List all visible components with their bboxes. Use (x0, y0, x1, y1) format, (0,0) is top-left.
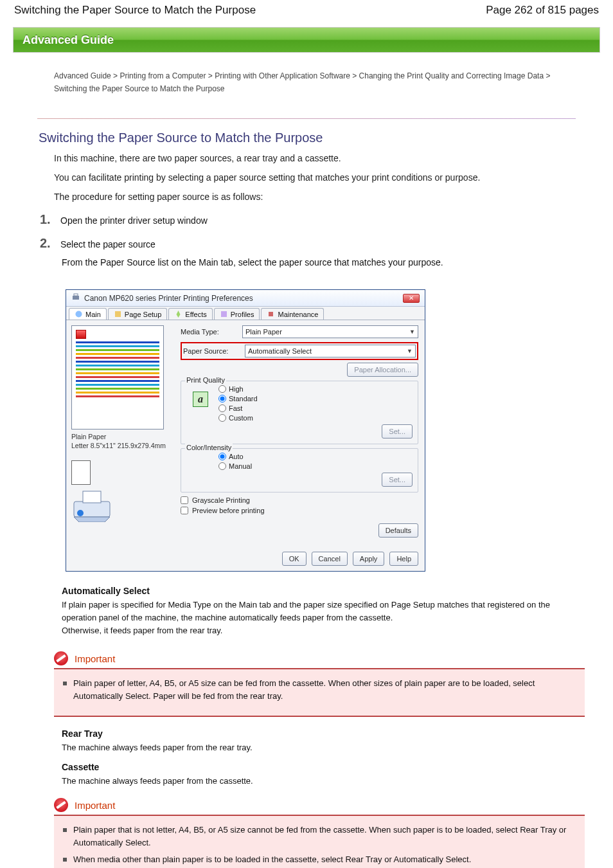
important-2-title: Important (75, 800, 115, 811)
paper-source-label: Paper Source: (183, 347, 241, 355)
bullet-icon (63, 828, 67, 832)
preview-checkbox[interactable]: Preview before printing (181, 507, 418, 514)
important-2-panel: Plain paper that is not letter, A4, B5, … (54, 816, 585, 868)
rear-tray-heading: Rear Tray (62, 728, 574, 739)
svg-rect-1 (74, 294, 78, 296)
rear-tray-body: The machine always feeds paper from the … (62, 741, 574, 754)
bullet-icon (63, 682, 67, 685)
grayscale-checkbox[interactable]: Grayscale Printing (181, 496, 418, 504)
dialog-titlebar: Canon MP620 series Printer Printing Pref… (66, 290, 425, 307)
color-intensity-label: Color/Intensity (185, 444, 233, 451)
paper-source-highlight: Paper Source: Automatically Select▼ (181, 342, 418, 360)
cancel-button[interactable]: Cancel (312, 552, 348, 566)
quality-fast[interactable]: Fast (218, 404, 413, 412)
dialog-footer: OK Cancel Apply Help (66, 547, 425, 571)
printer-icon (71, 293, 80, 303)
tab-maintenance[interactable]: Maintenance (261, 308, 324, 320)
step-2: 2. Select the paper source (40, 236, 574, 251)
prohibited-icon (54, 651, 68, 665)
dialog-window: Canon MP620 series Printer Printing Pref… (66, 289, 425, 572)
important-2-line2: When media other than plain paper is to … (73, 853, 471, 866)
page-header: Switching the Paper Source to Match the … (0, 0, 613, 23)
tab-page-setup[interactable]: Page Setup (108, 308, 168, 320)
color-auto[interactable]: Auto (218, 453, 413, 460)
divider (37, 118, 576, 119)
dialog-preview-column: Plain Paper Letter 8.5"x11" 215.9x279.4m… (71, 325, 174, 541)
svg-rect-3 (115, 311, 121, 317)
a-badge-icon: a (193, 392, 208, 407)
advanced-guide-bar: Advanced Guide (13, 27, 600, 53)
color-intensity-group: Color/Intensity Auto Manual Set... (181, 448, 418, 493)
mini-doc-icon (71, 460, 91, 485)
help-button[interactable]: Help (389, 552, 418, 566)
dialog-body: Plain Paper Letter 8.5"x11" 215.9x279.4m… (66, 320, 425, 547)
header-right: Page 262 of 815 pages (486, 4, 599, 17)
color-set-button[interactable]: Set... (382, 473, 413, 487)
svg-rect-5 (269, 312, 273, 316)
tab-profiles[interactable]: Profiles (214, 308, 260, 320)
svg-point-2 (76, 311, 82, 318)
tab-effects[interactable]: Effects (168, 308, 212, 320)
defaults-button[interactable]: Defaults (378, 523, 418, 538)
step-2-number: 2. (40, 236, 53, 251)
step-1-number: 1. (40, 212, 53, 227)
page-title: Switching the Paper Source to Match the … (39, 131, 574, 145)
preview-card (71, 325, 164, 429)
intro-3: The procedure for setting paper source i… (54, 190, 574, 203)
important-1-line1: Plain paper of letter, A4, B5, or A5 siz… (73, 677, 576, 703)
paper-source-select[interactable]: Automatically Select▼ (245, 345, 416, 357)
breadcrumb: Advanced Guide > Printing from a Compute… (54, 69, 574, 95)
print-quality-label: Print Quality (185, 376, 226, 384)
svg-rect-4 (221, 311, 227, 317)
auto-select-body1: If plain paper is specified for Media Ty… (62, 599, 574, 624)
intro-2: You can facilitate printing by selecting… (54, 171, 574, 184)
color-manual[interactable]: Manual (218, 462, 413, 470)
svg-rect-0 (73, 296, 79, 300)
tab-main[interactable]: Main (69, 308, 107, 320)
apply-button[interactable]: Apply (353, 552, 385, 566)
svg-marker-8 (74, 517, 110, 522)
preview-size: Letter 8.5"x11" 215.9x279.4mm (71, 441, 173, 450)
media-type-label: Media Type: (181, 328, 238, 336)
media-type-select[interactable]: Plain Paper▼ (242, 325, 418, 338)
print-quality-group: Print Quality a High Standard Fast Custo… (181, 381, 418, 444)
printer-illustration (71, 489, 112, 522)
preview-media: Plain Paper (71, 432, 173, 441)
paper-allocation-button[interactable]: Paper Allocation... (347, 363, 418, 377)
svg-point-9 (77, 510, 84, 516)
preview-badge (76, 330, 86, 339)
prohibited-icon (54, 798, 68, 812)
quality-standard[interactable]: Standard (218, 395, 413, 402)
header-left: Switching the Paper Source to Match the … (14, 4, 256, 17)
auto-select-body2: Otherwise, it feeds paper from the rear … (62, 624, 574, 637)
cassette-body: The machine always feeds paper from the … (62, 775, 574, 788)
step-1: 1. Open the printer driver setup window (40, 212, 574, 227)
quality-custom[interactable]: Custom (218, 414, 413, 422)
tabstrip: Main Page Setup Effects Profiles Mainten… (66, 307, 425, 320)
step-2-desc: From the Paper Source list on the Main t… (62, 256, 574, 269)
important-box-1: Important Plain paper of letter, A4, B5,… (54, 651, 585, 717)
intro-1: In this machine, there are two paper sou… (54, 152, 574, 165)
ok-button[interactable]: OK (282, 552, 306, 566)
bullet-icon (63, 858, 67, 862)
printing-preferences-dialog: Canon MP620 series Printer Printing Pref… (66, 289, 425, 572)
quality-set-button[interactable]: Set... (382, 424, 413, 439)
dialog-settings-column: Media Type: Plain Paper▼ Paper Source: A… (181, 325, 418, 541)
chevron-down-icon: ▼ (407, 348, 413, 354)
cassette-heading: Cassette (62, 762, 574, 772)
svg-rect-7 (83, 491, 101, 503)
close-icon[interactable]: ✕ (403, 294, 420, 303)
step-2-title: Select the paper source (60, 236, 155, 251)
dialog-title-text: Canon MP620 series Printer Printing Pref… (84, 294, 253, 303)
important-1-panel: Plain paper of letter, A4, B5, or A5 siz… (54, 669, 585, 717)
step-1-title: Open the printer driver setup window (60, 212, 208, 227)
important-box-2: Important Plain paper that is not letter… (54, 798, 585, 868)
quality-high[interactable]: High (218, 385, 413, 393)
auto-select-heading: Automatically Select (62, 586, 574, 596)
important-1-title: Important (75, 653, 115, 664)
chevron-down-icon: ▼ (409, 329, 415, 335)
important-2-line1: Plain paper that is not letter, A4, B5, … (73, 824, 576, 849)
